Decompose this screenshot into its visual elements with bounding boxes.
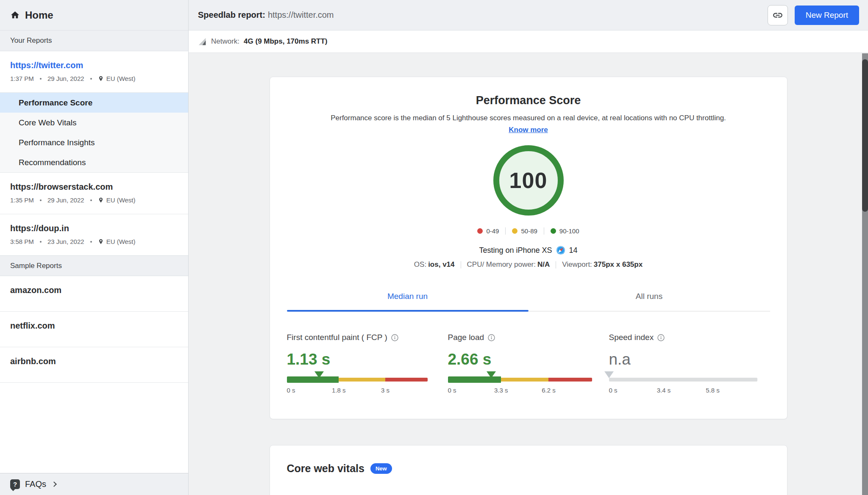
testing-device-label: Testing on iPhone XS (479, 246, 552, 255)
scale-average-segment (339, 378, 385, 382)
scale-average-segment (501, 378, 548, 382)
metric-label: Speed index (609, 333, 770, 342)
info-icon[interactable] (488, 334, 495, 341)
separator (544, 227, 544, 235)
speedlab-app: Home Your Reports https://twitter.com 1:… (0, 0, 868, 495)
network-label: Network: (211, 37, 239, 46)
report-meta: 3:58 PM 23 Jun, 2022 EU (West) (10, 238, 178, 245)
report-item-browserstack[interactable]: https://browserstack.com 1:35 PM 29 Jun,… (0, 173, 188, 214)
metric-value: n.a (609, 351, 770, 368)
question-bubble-icon (10, 479, 20, 489)
main-content: Speedlab report:https://twitter.com New … (189, 0, 868, 495)
yellow-dot-icon (512, 228, 517, 234)
separator (556, 261, 556, 268)
home-icon (10, 10, 20, 20)
scale-poor-segment (548, 378, 592, 382)
metric-value: 2.66 s (448, 351, 609, 368)
scrollbar-thumb[interactable] (862, 59, 868, 212)
metric-fcp: First contentful paint ( FCP ) 1.13 s (287, 333, 448, 395)
metric-label: Page load (448, 333, 609, 342)
report-meta: 1:35 PM 29 Jun, 2022 EU (West) (10, 196, 178, 204)
core-web-vitals-card: Core web vitals New (270, 445, 787, 495)
topbar-actions: New Report (768, 5, 859, 25)
link-icon (772, 10, 783, 21)
separator (505, 227, 506, 235)
submenu-item-core-web-vitals[interactable]: Core Web Vitals (0, 113, 188, 133)
scale-ticks: 0 s 3.4 s 5.8 s (609, 387, 757, 395)
report-meta: 1:37 PM 29 Jun, 2022 EU (West) (10, 75, 178, 82)
chevron-right-icon (51, 481, 57, 487)
copy-link-button[interactable] (768, 5, 788, 25)
network-signal-icon (198, 37, 207, 46)
network-bar: Network: 4G (9 Mbps, 170ms RTT) (189, 30, 868, 53)
card-title: Performance Score (287, 94, 770, 107)
value-marker-icon (487, 371, 496, 378)
scale-empty-segment (609, 378, 757, 382)
tab-median-run[interactable]: Median run (287, 292, 529, 312)
submenu-item-performance-insights[interactable]: Performance Insights (0, 133, 188, 152)
browser-version: 14 (569, 246, 578, 255)
sample-report-netflix[interactable]: netflix.com (0, 312, 188, 347)
report-url: https://twitter.com (268, 10, 334, 19)
metric-page-load: Page load 2.66 s (448, 333, 609, 395)
topbar: Speedlab report:https://twitter.com New … (189, 0, 868, 30)
report-scroll-area: Performance Score Performance score is t… (189, 53, 868, 495)
metric-label: First contentful paint ( FCP ) (287, 333, 448, 342)
tab-all-runs[interactable]: All runs (529, 292, 770, 312)
report-title: https://browserstack.com (10, 181, 113, 192)
testing-device-row: Testing on iPhone XS 14 (287, 246, 770, 255)
dot-separator (40, 241, 42, 243)
report-item-twitter[interactable]: https://twitter.com 1:37 PM 29 Jun, 2022… (0, 51, 188, 92)
report-link[interactable]: https://twitter.com (10, 60, 83, 71)
card-description: Performance score is the median of 5 Lig… (287, 114, 770, 122)
metric-speed-index: Speed index n.a 0 s (609, 333, 770, 395)
legend-item-poor: 0-49 (477, 227, 499, 235)
scale-poor-segment (385, 378, 428, 382)
legend-item-average: 50-89 (512, 227, 537, 235)
score-legend: 0-49 50-89 90-100 (287, 227, 770, 235)
dot-separator (90, 199, 92, 201)
scale-good-segment (287, 376, 339, 383)
new-report-button[interactable]: New Report (795, 6, 859, 25)
sidebar-spacer (0, 383, 188, 473)
dot-separator (40, 199, 42, 201)
submenu-item-recommendations[interactable]: Recommendations (0, 152, 188, 172)
report-submenu: Performance Score Core Web Vitals Perfor… (0, 92, 188, 173)
network-value: 4G (9 Mbps, 170ms RTT) (244, 37, 327, 46)
score-gauge: 100 (493, 145, 564, 216)
metric-scale: 0 s 1.8 s 3 s (287, 376, 428, 395)
runs-tabs: Median run All runs (287, 292, 770, 312)
metrics-row: First contentful paint ( FCP ) 1.13 s (287, 333, 770, 395)
know-more-link[interactable]: Know more (287, 126, 770, 134)
red-dot-icon (477, 228, 483, 234)
sample-report-airbnb[interactable]: airbnb.com (0, 347, 188, 383)
location-pin-icon (98, 238, 104, 245)
submenu-item-performance-score[interactable]: Performance Score (0, 93, 188, 113)
safari-browser-icon (556, 246, 565, 255)
performance-score-card: Performance Score Performance score is t… (270, 77, 787, 419)
new-badge: New (370, 463, 392, 474)
separator (461, 261, 461, 268)
sidebar: Home Your Reports https://twitter.com 1:… (0, 0, 189, 495)
report-item-doup[interactable]: https://doup.in 3:58 PM 23 Jun, 2022 EU … (0, 214, 188, 255)
spec-os: OS: ios, v14 (414, 260, 455, 269)
metric-scale: 0 s 3.3 s 6.2 s (448, 376, 592, 395)
green-dot-icon (551, 228, 556, 234)
spec-cpu: CPU/ Memory power: N/A (467, 260, 550, 269)
legend-item-good: 90-100 (551, 227, 579, 235)
sample-report-amazon[interactable]: amazon.com (0, 276, 188, 312)
your-reports-header: Your Reports (0, 30, 188, 51)
value-marker-icon (604, 371, 614, 378)
info-icon[interactable] (391, 334, 398, 341)
report-title: https://doup.in (10, 223, 69, 234)
sidebar-home[interactable]: Home (0, 0, 188, 30)
spec-viewport: Viewport: 375px x 635px (562, 260, 643, 269)
location-pin-icon (98, 196, 104, 204)
page-title: Speedlab report:https://twitter.com (198, 10, 334, 20)
metric-value: 1.13 s (287, 351, 448, 368)
metric-scale: 0 s 3.4 s 5.8 s (609, 376, 757, 395)
faqs-link[interactable]: FAQs (0, 473, 188, 495)
info-icon[interactable] (657, 334, 665, 341)
dot-separator (90, 241, 92, 243)
dot-separator (90, 78, 92, 80)
